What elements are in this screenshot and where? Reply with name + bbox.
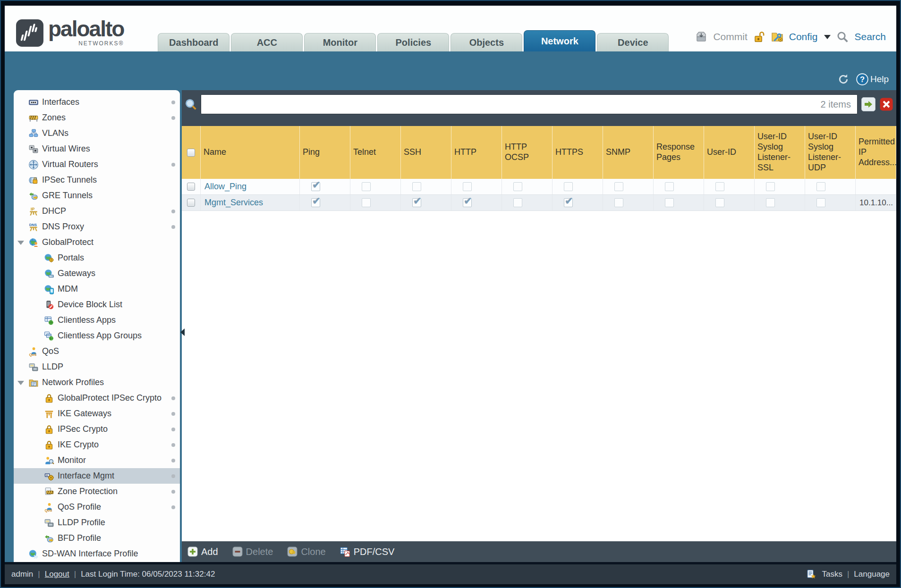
column-header-uid_syslog_ssl[interactable]: User-ID Syslog Listener-SSL [755,126,805,179]
sidebar-item-interfaces[interactable]: Interfaces [14,94,180,110]
help-icon[interactable]: ? [856,73,868,85]
refresh-icon[interactable] [837,73,850,85]
sidebar-item-network-profiles[interactable]: Network Profiles [14,375,180,390]
expand-caret-icon[interactable] [17,241,24,245]
sidebar-item-clientless-app-groups[interactable]: Clientless App Groups [14,328,180,344]
sidebar-item-sd-wan-interface-profile[interactable]: SD-WAN Interface Profile [14,546,180,562]
config-button[interactable]: Config [789,31,818,42]
profile-name-link[interactable]: Mgmt_Services [204,198,263,208]
column-header-response_pages[interactable]: Response Pages [654,126,704,179]
tab-policies[interactable]: Policies [377,33,449,51]
telnet-checkbox[interactable] [362,198,371,207]
http_ocsp-checkbox[interactable] [513,198,522,207]
clone-button[interactable]: Clone [287,546,325,557]
sidebar-item-zone-protection[interactable]: Zone Protection [14,484,180,499]
tab-device[interactable]: Device [597,33,669,51]
sidebar-collapse-icon[interactable] [180,328,185,336]
sidebar-item-zones[interactable]: Zones [14,110,180,126]
uid_syslog_udp-checkbox[interactable] [816,182,825,191]
sidebar-item-clientless-apps[interactable]: Clientless Apps [14,312,180,328]
column-header-uid_syslog_udp[interactable]: User-ID Syslog Listener-UDP [805,126,856,179]
sidebar-item-lldp[interactable]: LLDP [14,359,180,375]
sidebar-item-dns-proxy[interactable]: DNSDNS Proxy [14,219,180,235]
filter-input[interactable] [201,94,858,114]
snmp-checkbox[interactable] [614,198,623,207]
sidebar-item-lldp-profile[interactable]: LLDP Profile [14,515,180,530]
column-header-telnet[interactable]: Telnet [350,126,401,179]
sidebar-item-device-block-list[interactable]: Device Block List [14,297,180,312]
profile-name-link[interactable]: Allow_Ping [204,182,246,192]
sidebar-item-monitor[interactable]: Monitor [14,453,180,468]
column-header-ssh[interactable]: SSH [401,126,451,179]
column-header-http_ocsp[interactable]: HTTP OCSP [502,126,552,179]
select-all-checkbox[interactable] [187,149,195,157]
table-row[interactable]: Allow_Ping [182,179,896,195]
response_pages-checkbox[interactable] [665,182,674,191]
tab-dashboard[interactable]: Dashboard [158,33,230,51]
add-button[interactable]: Add [187,546,218,557]
sidebar-item-gre-tunnels[interactable]: GRE Tunnels [14,188,180,203]
sidebar-item-portals[interactable]: Portals [14,250,180,266]
http-checkbox[interactable] [463,182,472,191]
sidebar-item-vlans[interactable]: VLANs [14,126,180,141]
column-header-user_id[interactable]: User-ID [704,126,755,179]
user_id-checkbox[interactable] [715,182,724,191]
sidebar-item-globalprotect-ipsec-crypto[interactable]: GlobalProtect IPSec Crypto [14,390,180,406]
tab-monitor[interactable]: Monitor [304,33,376,51]
commit-button[interactable]: Commit [713,31,747,42]
column-header-http[interactable]: HTTP [451,126,502,179]
sidebar-item-ipsec-crypto[interactable]: IPSec Crypto [14,421,180,437]
column-header-https[interactable]: HTTPS [552,126,603,179]
column-header-name[interactable]: Name [201,126,300,179]
sidebar-item-mdm[interactable]: MDM [14,281,180,297]
sidebar-item-qos-profile[interactable]: QoSQoS Profile [14,499,180,515]
http_ocsp-checkbox[interactable] [513,182,522,191]
sidebar-item-ike-crypto[interactable]: IKE Crypto [14,437,180,453]
clear-filter-button[interactable] [879,97,893,111]
https-checkbox[interactable] [564,198,573,207]
language-button[interactable]: Language [854,570,890,579]
telnet-checkbox[interactable] [362,182,371,191]
uid_syslog_ssl-checkbox[interactable] [766,198,775,207]
pdf-csv-button[interactable]: PDF/CSV [340,546,395,557]
https-checkbox[interactable] [564,182,573,191]
column-header-snmp[interactable]: SNMP [603,126,654,179]
lock-open-icon[interactable] [753,31,765,43]
column-header-ping[interactable]: Ping [300,126,350,179]
ssh-checkbox[interactable] [412,182,421,191]
ping-checkbox[interactable] [311,198,320,207]
uid_syslog_udp-checkbox[interactable] [816,198,825,207]
sidebar-item-virtual-wires[interactable]: Virtual Wires [14,141,180,157]
ssh-checkbox[interactable] [412,198,421,207]
row-select-checkbox[interactable] [187,183,195,191]
help-label[interactable]: Help [870,74,889,84]
table-row[interactable]: Mgmt_Services10.1.10... [182,195,896,211]
delete-button[interactable]: Delete [232,546,273,557]
uid_syslog_ssl-checkbox[interactable] [766,182,775,191]
row-select-checkbox[interactable] [187,199,195,207]
apply-filter-button[interactable] [861,97,876,111]
expand-caret-icon[interactable] [17,381,24,385]
http-checkbox[interactable] [463,198,472,207]
sidebar-item-bfd-profile[interactable]: BFD Profile [14,530,180,546]
logout-link[interactable]: Logout [45,570,69,579]
sidebar-item-dhcp[interactable]: IPDHCP [14,203,180,219]
sidebar-item-ike-gateways[interactable]: IKE Gateways [14,406,180,421]
sidebar-item-ipsec-tunnels[interactable]: IPSec Tunnels [14,172,180,188]
response_pages-checkbox[interactable] [665,198,674,207]
chevron-down-icon[interactable] [824,35,831,39]
sidebar-item-virtual-routers[interactable]: Virtual Routers [14,157,180,172]
tasks-button[interactable]: Tasks [822,570,842,579]
user_id-checkbox[interactable] [715,198,724,207]
sidebar-item-globalprotect[interactable]: GlobalProtect [14,235,180,250]
tab-objects[interactable]: Objects [450,33,522,51]
sidebar-item-qos[interactable]: QoSQoS [14,344,180,359]
column-header-permitted_ip[interactable]: Permitted IP Address... [856,126,896,179]
snmp-checkbox[interactable] [614,182,623,191]
sidebar-item-gateways[interactable]: Gateways [14,266,180,281]
sidebar-item-interface-mgmt[interactable]: Interface Mgmt [14,468,180,484]
tab-acc[interactable]: ACC [231,33,303,51]
ping-checkbox[interactable] [311,182,320,191]
search-button[interactable]: Search [854,31,886,42]
tab-network[interactable]: Network [524,30,595,51]
